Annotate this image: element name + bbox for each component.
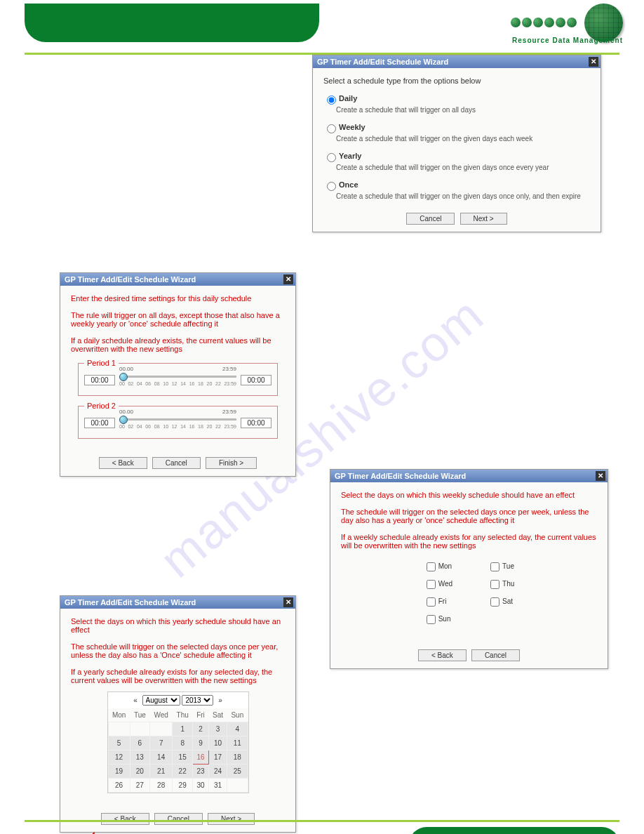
calendar-cell[interactable]: 12 [108, 750, 130, 764]
heading: Enter the desired time settings for this… [71, 294, 285, 303]
info-text: If a yearly schedule already exists for … [71, 668, 285, 684]
brand-text: Resource Data Management [512, 37, 623, 44]
day-checkbox[interactable]: Mon [424, 560, 452, 574]
title-text: GP Timer Add/Edit Schedule Wizard [65, 598, 196, 607]
calendar-cell[interactable]: 6 [130, 736, 149, 750]
day-checkbox[interactable]: Thu [488, 578, 514, 591]
calendar-cell[interactable]: 23 [193, 764, 209, 779]
dow-header: Tue [130, 708, 149, 722]
dow-header: Wed [150, 708, 173, 722]
time-slider[interactable]: 00.00 23:59 00020406081012141618202223:5… [119, 414, 236, 431]
calendar-cell[interactable]: 16 [193, 750, 209, 764]
close-icon[interactable]: ✕ [283, 274, 293, 284]
calendar-cell[interactable]: 29 [173, 779, 193, 793]
cancel-button[interactable]: Cancel [471, 649, 520, 661]
calendar-cell[interactable]: 9 [193, 736, 209, 750]
close-icon[interactable]: ✕ [589, 57, 598, 67]
calendar-cell[interactable]: 8 [173, 736, 193, 750]
calendar: « August 2013 » MonTueWedThuFriSatSun123… [107, 691, 249, 793]
cancel-button[interactable]: Cancel [406, 213, 455, 225]
calendar-cell[interactable]: 4 [227, 722, 248, 736]
dow-header: Fri [193, 708, 209, 722]
next-button[interactable]: Next > [460, 213, 507, 225]
calendar-cell[interactable]: 19 [108, 764, 130, 779]
calendar-cell[interactable]: 17 [208, 750, 227, 764]
dialog-title: GP Timer Add/Edit Schedule Wizard ✕ [313, 55, 601, 68]
close-icon[interactable]: ✕ [283, 597, 293, 607]
year-select[interactable]: 2013 [182, 695, 213, 706]
slider-thumb[interactable] [119, 373, 128, 381]
next-month-icon[interactable]: » [215, 696, 225, 704]
calendar-cell[interactable]: 21 [150, 764, 173, 779]
info-text: The schedule will trigger on the selecte… [71, 642, 285, 659]
option-desc: Create a schedule that will trigger on t… [336, 135, 590, 143]
finish-button[interactable]: Finish > [206, 457, 257, 469]
heading: Select the days on which this yearly sch… [71, 617, 285, 634]
page-header: Resource Data Management [0, 0, 644, 49]
back-button[interactable]: < Back [418, 649, 467, 661]
calendar-cell [108, 722, 130, 736]
schedule-type-radio[interactable] [327, 95, 336, 105]
heading: Select the days on which this weekly sch… [341, 491, 597, 499]
schedule-type-radio[interactable] [327, 153, 336, 162]
weekly-days-dialog: GP Timer Add/Edit Schedule Wizard ✕ Sele… [330, 469, 608, 669]
calendar-cell [150, 722, 173, 736]
schedule-type-radio[interactable] [327, 124, 336, 133]
footer-tab [409, 827, 619, 834]
daily-time-dialog: GP Timer Add/Edit Schedule Wizard ✕ Ente… [60, 272, 296, 477]
title-text: GP Timer Add/Edit Schedule Wizard [65, 275, 196, 284]
calendar-cell[interactable]: 22 [173, 764, 193, 779]
calendar-cell[interactable]: 11 [227, 736, 248, 750]
period-2: Period 2 00:00 00.00 23:59 0002040608101… [78, 402, 278, 439]
end-time-input[interactable]: 00:00 [241, 418, 271, 428]
day-checkbox[interactable]: Wed [424, 578, 452, 591]
calendar-cell[interactable]: 20 [130, 764, 149, 779]
calendar-cell[interactable]: 27 [130, 779, 149, 793]
option-desc: Create a schedule that will trigger on a… [336, 106, 590, 114]
calendar-cell[interactable]: 30 [193, 779, 209, 793]
calendar-cell[interactable]: 1 [173, 722, 193, 736]
calendar-cell[interactable]: 24 [208, 764, 227, 779]
calendar-cell[interactable]: 5 [108, 736, 130, 750]
calendar-cell[interactable]: 14 [150, 750, 173, 764]
calendar-cell[interactable]: 31 [208, 779, 227, 793]
time-slider[interactable]: 00.00 23:59 00020406081012141618202223:5… [119, 371, 236, 388]
calendar-cell[interactable]: 7 [150, 736, 173, 750]
calendar-cell[interactable]: 15 [173, 750, 193, 764]
intro-text: Select a schedule type from the options … [323, 77, 590, 85]
day-checkbox[interactable]: Tue [488, 560, 514, 574]
calendar-cell[interactable]: 26 [108, 779, 130, 793]
end-time-input[interactable]: 00:00 [241, 375, 271, 385]
header-tab [25, 4, 319, 42]
day-checkbox[interactable]: Sat [488, 595, 514, 609]
dow-header: Thu [173, 708, 193, 722]
schedule-type-radio[interactable] [327, 182, 336, 191]
start-time-input[interactable]: 00:00 [84, 375, 115, 385]
calendar-cell[interactable]: 10 [208, 736, 227, 750]
prev-month-icon[interactable]: « [130, 696, 140, 704]
cancel-button[interactable]: Cancel [152, 457, 201, 469]
day-checkbox[interactable]: Sun [424, 613, 452, 626]
period-legend: Period 2 [84, 402, 119, 410]
back-button[interactable]: < Back [99, 457, 147, 469]
slider-thumb[interactable] [119, 416, 128, 424]
dow-header: Sat [208, 708, 227, 722]
option-desc: Create a schedule that will trigger on t… [336, 164, 590, 171]
calendar-cell[interactable]: 28 [150, 779, 173, 793]
day-checkbox[interactable]: Fri [424, 595, 452, 609]
divider [25, 820, 619, 822]
calendar-cell[interactable]: 25 [227, 764, 248, 779]
calendar-cell[interactable]: 13 [130, 750, 149, 764]
title-text: GP Timer Add/Edit Schedule Wizard [335, 472, 466, 480]
close-icon[interactable]: ✕ [596, 471, 605, 481]
period-legend: Period 1 [84, 359, 119, 367]
calendar-cell[interactable]: 2 [193, 722, 209, 736]
info-text: If a daily schedule already exists, the … [71, 336, 285, 353]
option-label: Daily [339, 94, 357, 102]
calendar-cell[interactable]: 18 [227, 750, 248, 764]
calendar-cell[interactable]: 3 [208, 722, 227, 736]
info-text: The schedule will trigger on the selecte… [341, 508, 597, 524]
schedule-type-dialog: GP Timer Add/Edit Schedule Wizard ✕ Sele… [312, 55, 601, 232]
start-time-input[interactable]: 00:00 [84, 418, 115, 428]
month-select[interactable]: August [142, 695, 180, 706]
